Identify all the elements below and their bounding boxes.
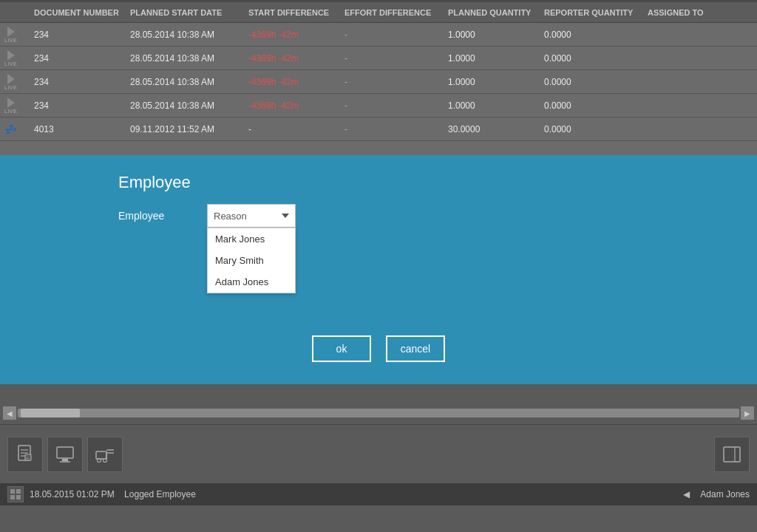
employee-dropdown-wrapper: Reason Mark JonesMary SmithAdam Jones [207, 204, 296, 228]
employee-dialog: Employee Employee Reason Mark JonesMary … [0, 155, 757, 384]
horizontal-scrollbar[interactable]: ◀ ▶ [0, 405, 757, 421]
dialog-title: Employee [0, 155, 757, 204]
scroll-right-button[interactable]: ▶ [741, 406, 754, 420]
status-bar: 18.05.2015 01:02 PM Logged Employee ◀ Ad… [0, 483, 757, 505]
col-header-docnum: DOCUMENT NUMBER [30, 8, 126, 17]
dropdown-arrow-icon [282, 214, 289, 218]
dropdown-list: Mark JonesMary SmithAdam Jones [207, 228, 296, 293]
dash-value: - [344, 77, 347, 87]
status-user: Adam Jones [700, 489, 750, 499]
scroll-thumb[interactable] [21, 409, 80, 417]
dropdown-option-1[interactable]: Mary Smith [208, 250, 295, 271]
svg-rect-15 [724, 447, 740, 462]
table-row[interactable]: LIVE23428.05.2014 10:38 AM-4369h -42m-1.… [0, 23, 757, 47]
negative-diff: -4369h -42m [248, 53, 299, 64]
col-header-planstart: PLANNED START DATE [126, 8, 244, 17]
col-header-assignedto: ASSIGNED TO [643, 8, 717, 17]
col-header-effortdiff: EFFORT DIFFERENCE [340, 8, 444, 17]
table-body: LIVE23428.05.2014 10:38 AM-4369h -42m-1.… [0, 23, 757, 141]
cancel-button[interactable]: cancel [386, 335, 445, 362]
document-icon: + [15, 444, 35, 465]
svg-rect-9 [96, 451, 106, 459]
dropdown-option-2[interactable]: Adam Jones [208, 271, 295, 293]
negative-diff: -4369h -42m [248, 100, 299, 111]
dropdown-placeholder: Reason [214, 211, 247, 222]
dash-value: - [344, 124, 347, 134]
negative-diff: -4369h -42m [248, 77, 299, 87]
svg-rect-20 [16, 495, 21, 499]
right-panel-icon [722, 444, 742, 465]
timestamp-value: 18.05.2015 01:02 PM [30, 489, 115, 499]
live-icon: LIVE [4, 50, 17, 66]
dash-value: - [344, 100, 347, 111]
live-icon: LIVE [4, 74, 17, 90]
ok-button[interactable]: ok [312, 335, 371, 362]
svg-rect-7 [62, 459, 68, 461]
dash-value: - [344, 53, 347, 64]
svg-rect-17 [10, 489, 15, 494]
scroll-track[interactable] [18, 409, 739, 417]
status-nav[interactable]: ◀ [683, 489, 695, 499]
monitor-icon [55, 444, 75, 465]
table-header: DOCUMENT NUMBER PLANNED START DATE START… [0, 2, 757, 23]
dialog-buttons: ok cancel [0, 335, 757, 362]
svg-text:+: + [26, 456, 29, 461]
logged-label: Logged Employee [124, 489, 196, 499]
table-area: DOCUMENT NUMBER PLANNED START DATE START… [0, 0, 757, 163]
employee-dropdown[interactable]: Reason [207, 204, 296, 228]
forklift-button[interactable] [87, 437, 123, 472]
status-grid-icon [10, 488, 21, 500]
live-icon: LIVE [4, 27, 17, 43]
dash-value: - [344, 30, 347, 40]
col-header-reportqty: REPORTER QUANTITY [540, 8, 643, 17]
svg-rect-19 [10, 495, 15, 499]
right-panel-button[interactable] [714, 437, 750, 472]
status-timestamp: 18.05.2015 01:02 PM Logged Employee [30, 489, 683, 499]
dialog-form: Employee Reason Mark JonesMary SmithAdam… [0, 204, 757, 228]
col-header-startdiff: START DIFFERENCE [244, 8, 340, 17]
table-row[interactable]: LIVE23428.05.2014 10:38 AM-4369h -42m-1.… [0, 70, 757, 94]
svg-rect-18 [16, 489, 21, 494]
status-icon [7, 486, 24, 502]
scroll-left-button[interactable]: ◀ [3, 406, 16, 420]
sleep-icon: 💤 [4, 123, 17, 135]
monitor-button[interactable] [47, 437, 83, 472]
forklift-icon [95, 444, 115, 465]
svg-rect-6 [57, 447, 73, 458]
employee-label: Employee [118, 204, 192, 222]
live-icon: LIVE [4, 98, 17, 114]
bottom-toolbar: + [0, 424, 757, 483]
table-row[interactable]: LIVE23428.05.2014 10:38 AM-4369h -42m-1.… [0, 47, 757, 70]
document-button[interactable]: + [7, 437, 43, 472]
table-row[interactable]: LIVE23428.05.2014 10:38 AM-4369h -42m-1.… [0, 94, 757, 117]
col-header-planqty: PLANNED QUANTITY [444, 8, 540, 17]
negative-diff: -4369h -42m [248, 30, 299, 40]
table-row[interactable]: 💤401309.11.2012 11:52 AM--30.00000.0000 [0, 117, 757, 141]
dropdown-option-0[interactable]: Mark Jones [208, 228, 295, 250]
